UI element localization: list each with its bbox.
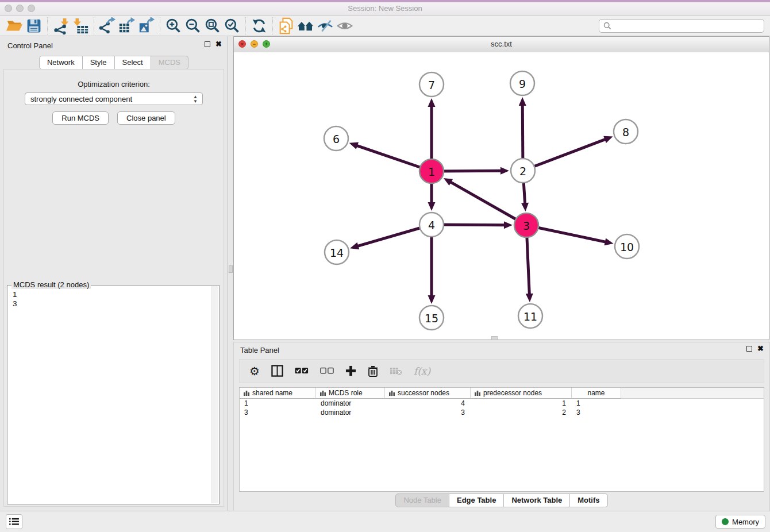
result-scrollbar[interactable] [211, 286, 218, 503]
float-panel-icon[interactable] [746, 346, 752, 352]
table-row[interactable]: 3dominator323 [240, 408, 764, 417]
zoom-selected-button[interactable] [222, 17, 242, 35]
show-graphics-details-button[interactable] [335, 17, 355, 35]
column-header-shared-name[interactable]: shared name [240, 388, 316, 399]
optimization-criterion-label: Optimization criterion: [4, 80, 224, 88]
cell: 1 [572, 399, 621, 408]
open-session-button[interactable] [5, 17, 24, 35]
add-row-button[interactable] [345, 365, 356, 376]
tab-network[interactable]: Network [39, 56, 83, 70]
cell: dominator [316, 399, 385, 408]
export-table-icon [118, 17, 136, 34]
network-window-titlebar[interactable]: × − + scc.txt [234, 37, 769, 53]
panel-divider-handle[interactable] [229, 265, 233, 273]
column-type-icon [244, 390, 249, 396]
table-row[interactable]: 1dominator411 [240, 399, 764, 408]
tab-motifs[interactable]: Motifs [570, 494, 607, 507]
control-panel-title: Control Panel [7, 41, 53, 50]
delete-table-icon [390, 367, 402, 376]
mcds-panel: Optimization criterion: strongly connect… [3, 69, 224, 507]
memory-status-icon [722, 518, 729, 525]
mcds-result-list: 13 [13, 290, 210, 309]
graph-node-label: 6 [333, 133, 340, 145]
result-item: 1 [13, 290, 210, 299]
result-item: 3 [13, 299, 210, 309]
node-table: shared nameMCDS rolesuccessor nodesprede… [239, 387, 764, 492]
export-image-button[interactable] [137, 17, 156, 35]
column-header-successor-nodes[interactable]: successor nodes [385, 388, 471, 399]
graph-node-label: 2 [519, 165, 526, 178]
function-icon: f(x) [414, 365, 430, 377]
import-network-button[interactable] [51, 17, 71, 35]
table-options-button[interactable]: ⚙ [249, 365, 260, 377]
float-panel-icon[interactable] [205, 41, 210, 47]
network-graph[interactable]: 7968124314101511 [234, 52, 769, 340]
show-column-button[interactable] [271, 365, 283, 377]
tab-node-table[interactable]: Node Table [395, 494, 449, 507]
column-label: MCDS role [329, 389, 363, 397]
search-input[interactable] [614, 21, 764, 31]
close-panel-button[interactable]: Close panel [117, 111, 175, 125]
mcds-result-title: MCDS result (2 nodes) [11, 280, 91, 289]
network-overview-button[interactable] [296, 17, 315, 35]
plus-icon [345, 365, 356, 376]
eye-icon [336, 17, 353, 34]
tab-edge-table[interactable]: Edge Table [449, 494, 504, 507]
select-all-button[interactable] [295, 367, 309, 375]
optimization-criterion-select[interactable]: strongly connected component ▲▼ [25, 92, 203, 105]
column-type-icon [389, 390, 395, 396]
export-table-button[interactable] [117, 17, 137, 35]
close-panel-icon[interactable]: ✖ [215, 41, 222, 47]
table-body[interactable]: 1dominator4113dominator323 [240, 399, 764, 491]
tab-mcds[interactable]: MCDS [151, 56, 188, 70]
toolbar-separator [94, 17, 94, 34]
column-label: successor nodes [398, 389, 449, 397]
cell: 3 [240, 408, 316, 417]
memory-button[interactable]: Memory [715, 515, 765, 529]
save-session-button[interactable] [24, 17, 44, 35]
export-network-icon [99, 17, 116, 34]
column-header-predecessor-nodes[interactable]: predecessor nodes [471, 388, 572, 399]
show-panels-button[interactable] [6, 514, 22, 529]
cell: 1 [240, 399, 316, 408]
delete-table-button[interactable] [390, 367, 402, 376]
zoom-in-button[interactable] [164, 17, 183, 35]
search-icon [603, 22, 611, 30]
dropdown-stepper-icon: ▲▼ [190, 95, 201, 103]
zoom-fit-button[interactable] [203, 17, 222, 35]
apply-function-button[interactable]: f(x) [414, 365, 430, 377]
control-panel-header: Control Panel ✖ [0, 36, 228, 55]
deselect-all-button[interactable] [320, 367, 334, 375]
delete-row-button[interactable] [368, 365, 378, 377]
tab-style[interactable]: Style [83, 56, 115, 70]
search-box[interactable] [599, 19, 764, 33]
canvas-divider-handle[interactable] [491, 336, 498, 340]
graph-node-label: 1 [428, 165, 435, 178]
column-header-name[interactable]: name [572, 388, 621, 399]
tab-network-table[interactable]: Network Table [504, 494, 570, 507]
tab-select[interactable]: Select [115, 56, 151, 70]
cell: 4 [385, 399, 471, 408]
run-mcds-button[interactable]: Run MCDS [52, 111, 109, 125]
column-type-icon [320, 390, 326, 396]
import-table-button[interactable] [71, 17, 90, 35]
column-header-MCDS-role[interactable]: MCDS role [316, 388, 385, 399]
cell: 3 [385, 408, 471, 417]
zoom-out-button[interactable] [183, 17, 203, 35]
toolbar-separator [272, 17, 273, 34]
cell: 2 [471, 408, 572, 417]
graph-node-label: 7 [428, 79, 435, 91]
refresh-layout-button[interactable] [249, 17, 269, 35]
table-tabs: Node Table Edge Table Network Table Moti… [234, 494, 769, 507]
network-canvas[interactable]: 7968124314101511 [234, 52, 769, 340]
clone-network-button[interactable] [276, 17, 296, 35]
export-network-button[interactable] [98, 17, 117, 35]
close-panel-icon[interactable]: ✖ [757, 346, 764, 352]
network-view-window: × − + scc.txt 7968124314101511 [233, 36, 769, 340]
column-label: name [587, 389, 605, 397]
toolbar-separator [47, 17, 48, 34]
hide-graphics-details-button[interactable] [315, 17, 335, 35]
status-bar: Memory [0, 511, 770, 532]
table-header-row: shared nameMCDS rolesuccessor nodesprede… [240, 388, 764, 399]
mcds-result-box: MCDS result (2 nodes) 13 [7, 285, 220, 504]
